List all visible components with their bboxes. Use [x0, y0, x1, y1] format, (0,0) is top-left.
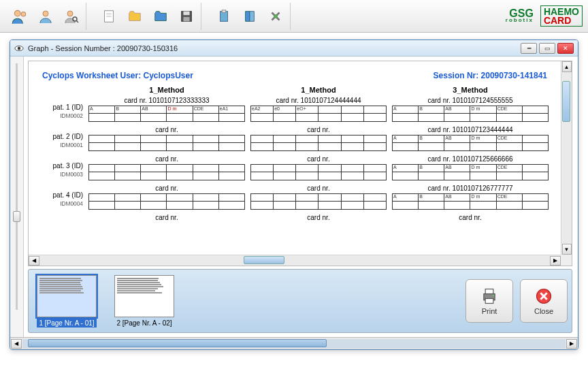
- svg-line-5: [76, 20, 78, 22]
- tools-icon[interactable]: [265, 6, 286, 27]
- svg-point-14: [274, 14, 278, 18]
- single-user-icon[interactable]: [35, 6, 56, 27]
- book-icon[interactable]: [240, 6, 260, 27]
- user-lookup-icon[interactable]: [61, 6, 82, 27]
- brand-logos: GSGrobotix HAEMOCARD: [506, 5, 583, 27]
- haemo-logo-2: CARD: [544, 15, 571, 26]
- main-toolbar: GSGrobotix HAEMOCARD: [0, 0, 588, 33]
- svg-rect-13: [222, 10, 226, 12]
- svg-rect-11: [183, 16, 189, 20]
- svg-point-2: [43, 11, 48, 16]
- svg-point-3: [67, 11, 73, 16]
- open-folder-icon[interactable]: [125, 6, 145, 27]
- new-doc-icon[interactable]: [99, 6, 119, 27]
- save-icon[interactable]: [176, 6, 197, 27]
- svg-point-1: [21, 12, 25, 16]
- gsg-logo-sub: robotix: [506, 18, 534, 22]
- svg-rect-10: [183, 11, 189, 15]
- open-folder-2-icon[interactable]: [150, 6, 171, 27]
- svg-point-0: [14, 10, 20, 16]
- user-group-icon[interactable]: [10, 6, 30, 27]
- clipboard-icon[interactable]: [214, 6, 234, 27]
